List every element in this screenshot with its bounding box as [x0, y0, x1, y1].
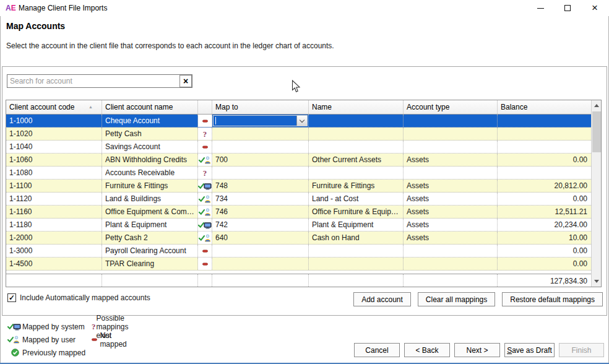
combo-dropdown-button[interactable] [296, 116, 307, 126]
cell-mapping-status [198, 154, 212, 166]
not-mapped-icon [202, 261, 208, 267]
cell-balance: 0.00 [498, 245, 592, 257]
cell-account-type [404, 115, 498, 127]
cell-mapping-status [198, 180, 212, 192]
legend-item: Mapped by system [7, 320, 85, 333]
minimize-button[interactable] [530, 0, 551, 16]
cell-map-to [212, 167, 309, 179]
cell-client-account-code: 1-1160 [6, 206, 102, 218]
column-header-client-account-code[interactable]: Client account code▲ [6, 100, 102, 114]
column-header-status[interactable] [198, 100, 212, 114]
cell-balance: 20,812.00 [498, 180, 592, 192]
next-button[interactable]: Next > [454, 343, 500, 357]
minimize-icon [537, 8, 544, 9]
clear-all-mappings-button[interactable]: Clear all mappings [418, 292, 495, 306]
cell-mapping-status [198, 232, 212, 244]
table-row[interactable]: 1-1020 Petty Cash ? [6, 128, 601, 141]
cell-account-type [404, 141, 498, 153]
mouse-cursor [292, 80, 301, 95]
map-to-combobox[interactable] [213, 115, 308, 126]
close-button[interactable]: × [584, 0, 605, 16]
add-account-button[interactable]: Add account [353, 292, 411, 306]
include-auto-mapped-option[interactable]: ✓ Include Automatically mapped accounts [7, 293, 150, 302]
cell-client-account-name: Accounts Receivable [102, 167, 198, 179]
column-header-client-account-name[interactable]: Client account name [102, 100, 198, 114]
cell-client-account-name: Petty Cash [102, 128, 198, 140]
cell-account-type [404, 258, 498, 270]
scroll-up-icon [594, 104, 599, 107]
cell-name [309, 258, 404, 270]
table-row[interactable]: 1-2000 Petty Cash 2 640 Cash on Hand Ass… [6, 232, 601, 245]
table-row[interactable]: 1-1180 Plant & Equipment 742 Plant & Equ… [6, 219, 601, 232]
cell-balance: 12,511.21 [498, 206, 592, 218]
cell-balance: 0.00 [498, 258, 592, 270]
table-row[interactable]: 1-1120 Land & Buildings 734 Land - at Co… [6, 193, 601, 206]
search-box: × [7, 74, 192, 88]
text-caret [215, 117, 216, 124]
mapped-by-user-icon [199, 195, 211, 203]
table-row[interactable]: 1-1160 Office Equipment & Compu... 746 O… [6, 206, 601, 219]
column-header-name[interactable]: Name [309, 100, 404, 114]
finish-button[interactable]: Finish [559, 343, 604, 357]
cell-account-type: Assets [404, 206, 498, 218]
cell-map-to [212, 245, 309, 257]
back-button[interactable]: < Back [404, 343, 450, 357]
scroll-down-button[interactable] [592, 276, 602, 287]
cell-client-account-name: Furniture & Fittings [102, 180, 198, 192]
vertical-scrollbar[interactable] [591, 100, 601, 287]
column-header-map-to[interactable]: Map to [212, 100, 309, 114]
cell-client-account-code: 1-4500 [6, 258, 102, 270]
cell-account-type [404, 167, 498, 179]
table-row[interactable]: 1-1100 Furniture & Fittings 748 Furnitur… [6, 180, 601, 193]
save-as-draft-button[interactable]: Save as Draft [504, 343, 555, 357]
cell-client-account-code: 1-1040 [6, 141, 102, 153]
ae-app-icon: AE [6, 4, 16, 12]
cell-map-to: 742 [212, 219, 309, 231]
page-subtitle: Select the account in the client file th… [6, 41, 334, 50]
cell-mapping-status: ? [198, 128, 212, 140]
chevron-down-icon [300, 117, 304, 122]
mapped-by-system-icon [198, 182, 212, 191]
title-bar: AE Manage Client File Imports × [0, 0, 609, 16]
cell-name: Plant & Equipment [309, 219, 404, 231]
table-header-row: Client account code▲ Client account name… [6, 100, 601, 115]
table-totals-row: 127,834.30 [6, 274, 601, 287]
table-row[interactable]: 1-1080 Accounts Receivable ? [6, 167, 601, 180]
wizard-footer: Cancel < Back Next > Save as Draft Finis… [0, 343, 609, 358]
cell-client-account-code: 1-1080 [6, 167, 102, 179]
search-input[interactable] [7, 75, 179, 87]
cell-map-to [212, 128, 309, 140]
cell-map-to: 746 [212, 206, 309, 218]
cell-mapping-status [198, 245, 212, 257]
table-action-buttons: Add account Clear all mappings Restore d… [353, 292, 603, 306]
clear-search-button[interactable]: × [179, 75, 192, 87]
cell-balance: 0.00 [498, 193, 592, 205]
table-row-selected[interactable]: 1-1000 Cheque Account [6, 115, 601, 128]
checkmark-icon: ✓ [9, 294, 15, 301]
table-row[interactable]: 1-1040 Savings Account [6, 141, 601, 154]
column-header-balance[interactable]: Balance [498, 100, 592, 114]
close-icon: × [592, 5, 598, 11]
cancel-button[interactable]: Cancel [354, 343, 400, 357]
maximize-button[interactable] [557, 0, 578, 16]
cell-account-type [404, 245, 498, 257]
cell-balance [498, 128, 592, 140]
table-row[interactable]: 1-1060 ABN Withholding Credits 700 Other… [6, 154, 601, 167]
accounts-mapping-table: Client account code▲ Client account name… [6, 100, 602, 287]
cell-mapping-status [198, 258, 212, 270]
include-auto-label: Include Automatically mapped accounts [20, 293, 150, 302]
restore-default-mappings-button[interactable]: Restore default mappings [502, 292, 603, 306]
include-auto-checkbox[interactable]: ✓ [7, 293, 16, 302]
cell-balance [498, 167, 592, 179]
scrollbar-thumb[interactable] [592, 111, 601, 152]
scroll-up-button[interactable] [592, 100, 602, 111]
column-header-account-type[interactable]: Account type [404, 100, 498, 114]
cell-balance: 10.00 [498, 232, 592, 244]
cell-map-to [212, 258, 309, 270]
cell-balance: 0.00 [498, 154, 592, 166]
table-row[interactable]: 1-3000 Payroll Clearing Account 0.00 [6, 245, 601, 258]
table-row[interactable]: 1-4500 TPAR Clearing 0.00 [6, 258, 601, 271]
cell-client-account-code: 1-2000 [6, 232, 102, 244]
cell-mapping-status [198, 141, 212, 153]
cell-client-account-code: 1-1000 [6, 115, 102, 127]
